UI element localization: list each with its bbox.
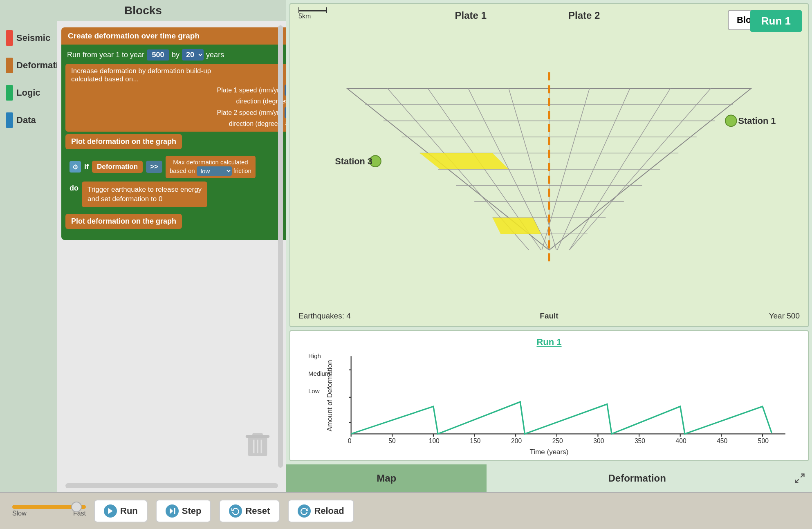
blocks-header: Blocks <box>0 0 286 21</box>
gear-icon[interactable]: ⚙ <box>70 161 81 173</box>
y-tick-labels: High Medium Low <box>308 352 330 395</box>
svg-line-59 <box>801 474 804 477</box>
reload-icon <box>298 504 311 518</box>
run-by-select[interactable]: 20 10 50 <box>182 49 204 61</box>
if-block: ⚙ if Deformation >> Max deformation calc… <box>65 152 286 211</box>
sidebar-label-data: Data <box>16 115 36 126</box>
run-icon <box>104 504 117 518</box>
deformation-dot <box>6 58 13 73</box>
vertical-scrollbar[interactable] <box>278 25 283 468</box>
svg-text:450: 450 <box>717 437 727 444</box>
map-area: 5km Plate 1 Plate 2 Block Inputs Run 1 <box>289 3 809 327</box>
reset-button[interactable]: Reset <box>219 500 280 522</box>
operator-badge: >> <box>146 161 162 173</box>
svg-text:150: 150 <box>470 437 480 444</box>
svg-marker-26 <box>493 218 541 234</box>
deformation-graph: 0 50 100 150 200 250 300 350 400 450 <box>323 339 800 452</box>
fault-label: Fault <box>540 312 558 321</box>
tab-map[interactable]: Map <box>286 464 487 492</box>
svg-rect-2 <box>246 435 269 438</box>
x-axis-label: Time (years) <box>530 448 569 456</box>
svg-text:400: 400 <box>676 437 686 444</box>
speed-slider-thumb[interactable] <box>71 502 82 512</box>
step-icon <box>166 504 179 518</box>
block-create-deformation[interactable]: Create deformation over time graph <box>61 27 286 45</box>
tab-bar: Map Deformation <box>286 464 812 492</box>
plot-deformation-block-1[interactable]: Plot deformation on the graph <box>65 134 182 149</box>
graph-title[interactable]: Run 1 <box>536 337 561 347</box>
sidebar-label-seismic: Seismic <box>16 33 50 43</box>
svg-text:250: 250 <box>552 437 563 444</box>
tectonic-diagram: Station 3 Station 1 <box>307 29 792 310</box>
expand-button[interactable] <box>787 464 812 492</box>
plot-deformation-block-2[interactable]: Plot deformation on the graph <box>65 214 182 229</box>
tab-deformation[interactable]: Deformation <box>487 464 787 492</box>
svg-text:300: 300 <box>593 437 604 444</box>
reset-icon <box>229 504 242 518</box>
do-row: do Trigger earthquake to release energy … <box>68 180 286 209</box>
plate2-label: Plate 2 <box>568 10 600 21</box>
svg-text:500: 500 <box>758 437 769 444</box>
plate1-label: Plate 1 <box>455 10 487 21</box>
svg-text:100: 100 <box>429 437 440 444</box>
trigger-earthquake-block: Trigger earthquake to release energy and… <box>82 182 207 208</box>
svg-text:200: 200 <box>511 437 522 444</box>
sidebar-item-data[interactable]: Data <box>0 108 57 133</box>
step-button[interactable]: Step <box>156 500 211 522</box>
speed-slider-track <box>12 505 86 509</box>
data-dot <box>6 112 13 128</box>
trash-icon[interactable] <box>245 429 270 460</box>
plate2-speed-input[interactable] <box>285 107 286 118</box>
block-increase-deformation: Increase deformation by deformation buil… <box>65 64 286 132</box>
year-end-input[interactable] <box>147 49 169 61</box>
plate2-dir: direction (degrees) = 180 <box>71 119 286 128</box>
earthquakes-label: Earthquakes: 4 <box>298 312 351 321</box>
friction-select[interactable]: low medium high <box>197 166 232 176</box>
run-year-row: Run from year 1 to year by 20 10 50 year… <box>64 47 286 63</box>
scale-bar-container: 5km <box>298 10 327 20</box>
svg-text:350: 350 <box>635 437 645 444</box>
plate-labels-container: Plate 1 Plate 2 <box>455 10 600 21</box>
svg-text:Station 3: Station 3 <box>335 156 372 166</box>
left-panel: Blocks Seismic Deformation Logic D <box>0 0 286 492</box>
plate1-speed-row: Plate 1 speed (mm/yr) <box>71 83 286 97</box>
horizontal-scrollbar[interactable] <box>65 483 278 488</box>
sidebar-item-deformation[interactable]: Deformation <box>0 53 57 78</box>
bottom-bar: Slow Fast Run Step Reset Reload <box>0 492 812 529</box>
graph-area: Run 1 Amount of Deformation High Medium … <box>289 330 809 461</box>
logic-dot <box>6 85 13 101</box>
plate1-speed-input[interactable] <box>285 85 286 96</box>
svg-text:50: 50 <box>388 437 396 444</box>
deformation-badge: Deformation <box>92 161 143 173</box>
scale-label: 5km <box>298 13 327 20</box>
svg-rect-63 <box>174 508 175 514</box>
plate1-dir: direction (degrees) = 0 <box>71 97 286 106</box>
if-row: ⚙ if Deformation >> Max deformation calc… <box>68 154 286 180</box>
right-panel: 5km Plate 1 Plate 2 Block Inputs Run 1 <box>286 0 812 492</box>
speed-control: Slow Fast <box>12 505 86 517</box>
map-header: 5km Plate 1 Plate 2 Block Inputs <box>290 4 808 30</box>
block-bottom-connector <box>65 230 286 236</box>
max-deform-block: Max deformation calculated based on low … <box>166 156 256 178</box>
sidebar-item-seismic[interactable]: Seismic <box>0 25 57 51</box>
sidebar-label-logic: Logic <box>16 87 40 98</box>
svg-marker-61 <box>108 508 113 514</box>
reload-button[interactable]: Reload <box>288 500 354 522</box>
svg-marker-62 <box>170 508 173 514</box>
run-button[interactable]: Run <box>94 500 148 522</box>
sidebar: Seismic Deformation Logic Data <box>0 21 57 492</box>
svg-point-30 <box>725 115 737 127</box>
svg-text:0: 0 <box>348 437 352 444</box>
sidebar-item-logic[interactable]: Logic <box>0 80 57 105</box>
svg-line-60 <box>796 479 799 482</box>
svg-marker-25 <box>420 153 509 169</box>
plate2-speed-row: Plate 2 speed (mm/yr) <box>71 106 286 119</box>
block-outer-green: Run from year 1 to year by 20 10 50 year… <box>61 45 286 240</box>
year-label: Year 500 <box>769 312 800 321</box>
seismic-dot <box>6 30 13 46</box>
svg-text:Station 1: Station 1 <box>738 116 776 126</box>
scale-bar <box>298 10 327 11</box>
workspace: Create deformation over time graph Run f… <box>57 21 286 492</box>
